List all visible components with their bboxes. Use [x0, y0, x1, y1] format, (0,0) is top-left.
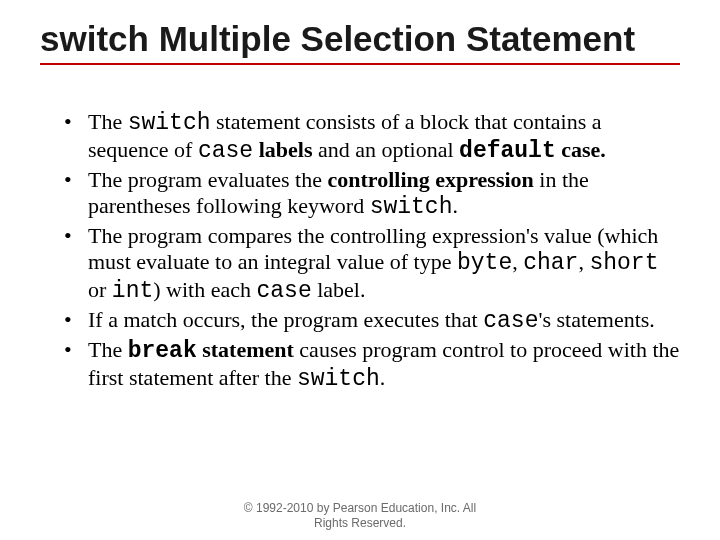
bold-text: controlling expression: [327, 167, 533, 192]
text: ) with each: [153, 277, 256, 302]
keyword-switch: switch: [370, 194, 453, 220]
keyword-break: break: [128, 338, 197, 364]
keyword-case: case: [198, 138, 253, 164]
text: ,: [512, 249, 523, 274]
keyword-byte: byte: [457, 250, 512, 276]
keyword-case: case: [256, 278, 311, 304]
bold-text: statement: [197, 337, 294, 362]
bullet-5: The break statement causes program contr…: [60, 337, 680, 393]
bullet-2: The program evaluates the controlling ex…: [60, 167, 680, 221]
text: .: [380, 365, 386, 390]
keyword-case: case: [483, 308, 538, 334]
text: 's statements.: [538, 307, 654, 332]
keyword-switch: switch: [128, 110, 211, 136]
text: The program evaluates the: [88, 167, 327, 192]
text: If a match occurs, the program executes …: [88, 307, 483, 332]
keyword-char: char: [523, 250, 578, 276]
bold-text: case.: [556, 137, 606, 162]
text: ,: [578, 249, 589, 274]
slide: switch Multiple Selection Statement The …: [0, 0, 720, 540]
title-underline: [40, 63, 680, 65]
text: .: [452, 193, 458, 218]
keyword-default: default: [459, 138, 556, 164]
bold-text: labels: [253, 137, 312, 162]
text: or: [88, 277, 112, 302]
bullet-1: The switch statement consists of a block…: [60, 109, 680, 165]
keyword-switch: switch: [297, 366, 380, 392]
keyword-short: short: [589, 250, 658, 276]
copyright-footer: © 1992-2010 by Pearson Education, Inc. A…: [0, 501, 720, 530]
text: The: [88, 337, 128, 362]
bullet-4: If a match occurs, the program executes …: [60, 307, 680, 335]
text: label.: [312, 277, 366, 302]
page-title: switch Multiple Selection Statement: [40, 20, 680, 59]
text: The: [88, 109, 128, 134]
keyword-int: int: [112, 278, 153, 304]
bullet-list: The switch statement consists of a block…: [40, 109, 680, 394]
bullet-3: The program compares the controlling exp…: [60, 223, 680, 305]
text: and an optional: [312, 137, 459, 162]
footer-line-1: © 1992-2010 by Pearson Education, Inc. A…: [244, 501, 476, 515]
footer-line-2: Rights Reserved.: [314, 516, 406, 530]
